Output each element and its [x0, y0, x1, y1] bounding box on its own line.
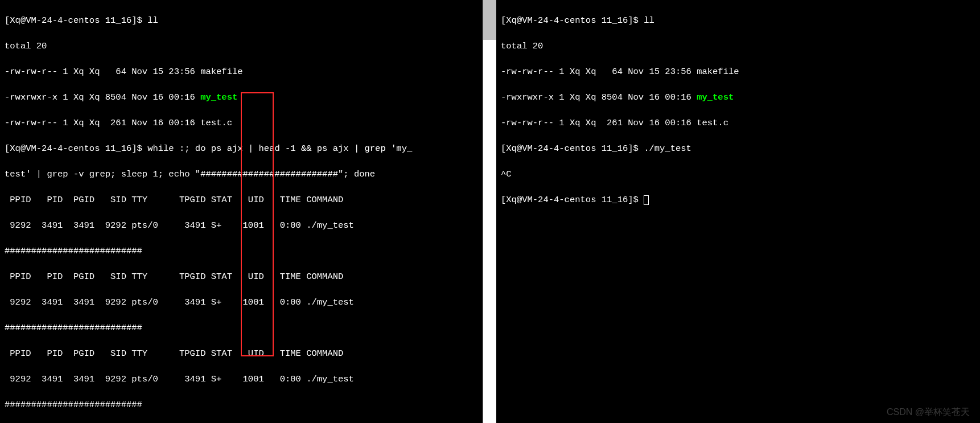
output-line: -rw-rw-r-- 1 Xq Xq 64 Nov 15 23:56 makef… — [5, 65, 478, 79]
pane-divider-scrollbar[interactable] — [483, 0, 496, 423]
prompt-line: [Xq@VM-24-4-centos 11_16]$ ./my_test — [501, 142, 975, 155]
ps-header: PPID PID PGID SID TTY TPGID STAT UID TIM… — [5, 270, 478, 284]
output-line: -rw-rw-r-- 1 Xq Xq 261 Nov 16 00:16 test… — [5, 117, 478, 130]
output-line: -rwxrwxr-x 1 Xq Xq 8504 Nov 16 00:16 my_… — [5, 91, 478, 104]
prompt-line: [Xq@VM-24-4-centos 11_16]$ ll — [5, 14, 478, 27]
terminal-left-pane[interactable]: [Xq@VM-24-4-centos 11_16]$ ll total 20 -… — [0, 0, 483, 423]
ps-header: PPID PID PGID SID TTY TPGID STAT UID TIM… — [5, 194, 478, 207]
terminal-right-output: [Xq@VM-24-4-centos 11_16]$ ll total 20 -… — [496, 0, 980, 233]
watermark-text: CSDN @举杯笑苍天 — [887, 406, 970, 419]
executable-file: my_test — [697, 92, 734, 102]
scrollbar-thumb[interactable] — [483, 0, 496, 40]
separator-line: ########################## — [5, 322, 478, 335]
separator-line: ########################## — [5, 399, 478, 412]
terminal-right-pane[interactable]: [Xq@VM-24-4-centos 11_16]$ ll total 20 -… — [496, 0, 980, 423]
cursor-icon — [644, 195, 649, 205]
output-line: -rw-rw-r-- 1 Xq Xq 261 Nov 16 00:16 test… — [501, 117, 975, 130]
separator-line: ########################## — [5, 245, 478, 258]
ps-header: PPID PID PGID SID TTY TPGID STAT UID TIM… — [5, 347, 478, 360]
ps-row: 9292 3491 3491 9292 pts/0 3491 S+ 1001 0… — [5, 296, 478, 309]
output-line: test' | grep -v grep; sleep 1; echo "###… — [5, 168, 478, 181]
terminal-left-output: [Xq@VM-24-4-centos 11_16]$ ll total 20 -… — [0, 0, 483, 423]
prompt-line: [Xq@VM-24-4-centos 11_16]$ — [501, 194, 975, 207]
ps-row: 9292 3491 3491 9292 pts/0 3491 S+ 1001 0… — [5, 219, 478, 232]
prompt-line: [Xq@VM-24-4-centos 11_16]$ ll — [501, 14, 975, 27]
output-line: total 20 — [501, 40, 975, 53]
output-line: total 20 — [5, 40, 478, 53]
prompt-line: [Xq@VM-24-4-centos 11_16]$ while :; do p… — [5, 142, 478, 155]
ps-row: 9292 3491 3491 9292 pts/0 3491 S+ 1001 0… — [5, 373, 478, 386]
executable-file: my_test — [200, 92, 237, 102]
output-line: -rw-rw-r-- 1 Xq Xq 64 Nov 15 23:56 makef… — [501, 65, 975, 79]
ctrl-c: ^C — [501, 168, 975, 181]
output-line: -rwxrwxr-x 1 Xq Xq 8504 Nov 16 00:16 my_… — [501, 91, 975, 104]
